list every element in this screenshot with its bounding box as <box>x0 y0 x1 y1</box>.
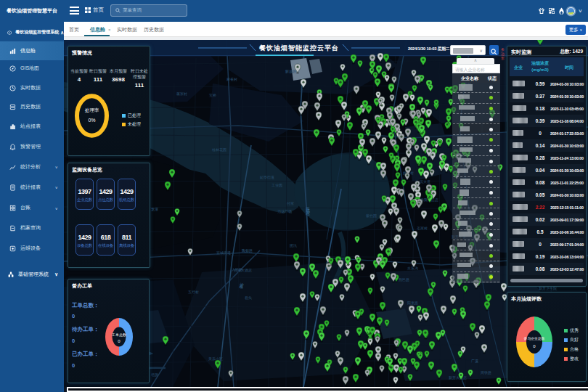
svg-text:餐饮油烟智能监控云平台: 餐饮油烟智能监控云平台 <box>258 44 339 52</box>
svg-text:宝桥: 宝桥 <box>209 93 216 97</box>
svg-text:处理率: 处理率 <box>85 107 99 113</box>
svg-text:团氿: 团氿 <box>290 243 297 248</box>
svg-text:紫竹园: 紫竹园 <box>366 213 377 219</box>
svg-text:美乐小区: 美乐小区 <box>208 356 223 361</box>
svg-text:屺亭街道: 屺亭街道 <box>260 175 274 180</box>
svg-text:竹海大酒店: 竹海大酒店 <box>234 268 252 273</box>
svg-text:工单总数: 工单总数 <box>112 332 126 337</box>
svg-text:广厦: 广厦 <box>471 359 478 364</box>
svg-text:巷头: 巷头 <box>245 295 252 300</box>
svg-text:万达广场: 万达广场 <box>277 209 292 214</box>
svg-text:麻雀村: 麻雀村 <box>226 77 237 82</box>
svg-text:培源: 培源 <box>151 372 158 377</box>
svg-text:周铁路: 周铁路 <box>481 370 491 375</box>
svg-text:参与企业总数: 参与企业总数 <box>524 336 545 340</box>
svg-text:工业园: 工业园 <box>271 183 282 188</box>
svg-text:0%: 0% <box>88 118 95 123</box>
svg-text:阳泉路: 阳泉路 <box>407 301 418 306</box>
svg-text:解放路: 解放路 <box>285 69 296 74</box>
svg-text:付家: 付家 <box>287 201 294 206</box>
svg-text:五圩村: 五圩村 <box>188 290 199 295</box>
svg-text:2024/1/30 10:03 星期二: 2024/1/30 10:03 星期二 <box>408 46 450 52</box>
svg-text:新芳卫生院: 新芳卫生院 <box>539 286 557 291</box>
svg-text:毛家村: 毛家村 <box>417 226 428 231</box>
svg-text:陶都路: 陶都路 <box>242 248 253 253</box>
svg-text:荆邑路: 荆邑路 <box>399 277 409 282</box>
svg-text:蒋家村: 蒋家村 <box>176 91 187 97</box>
svg-text:新芳大酒店: 新芳大酒店 <box>449 375 467 380</box>
svg-text:龙潭: 龙潭 <box>151 207 158 212</box>
svg-text:水渣沟: 水渣沟 <box>407 266 418 271</box>
svg-text:宜城街道: 宜城街道 <box>216 250 231 256</box>
svg-text:桂林花园: 桂林花园 <box>211 147 226 152</box>
